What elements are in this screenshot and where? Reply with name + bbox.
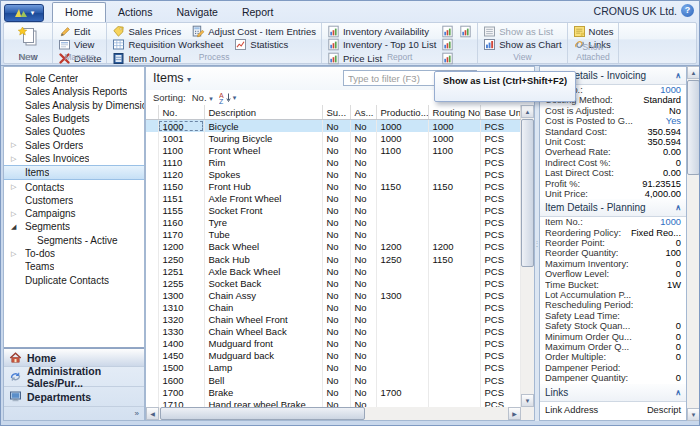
factbox-scrollbar[interactable]: ▲ ▼ <box>687 66 700 421</box>
table-row[interactable]: 1155Socket FrontNoNoPCS <box>146 205 521 217</box>
column-header-routing-no[interactable]: Routing No. <box>428 105 480 120</box>
edit-button[interactable]: Edit <box>58 25 101 38</box>
sort-ascending-button[interactable]: AZ ▾ <box>219 92 237 104</box>
table-row[interactable]: 1500LampNoNoPCS <box>146 362 521 374</box>
sidebar-item-customers[interactable]: Customers <box>4 194 144 207</box>
table-row[interactable]: 1120SpokesNoNoPCS <box>146 168 521 180</box>
report-chart-button[interactable] <box>441 39 454 52</box>
field-value[interactable]: 1000 <box>660 85 681 95</box>
sidebar-item-duplicate-contacts[interactable]: Duplicate Contacts <box>4 273 144 286</box>
expander-collapsed-icon[interactable]: ▷ <box>11 152 16 165</box>
report-chart-button[interactable] <box>459 25 472 38</box>
horizontal-scrollbar[interactable]: ◀ ▶ <box>146 407 521 420</box>
tab-actions[interactable]: Actions <box>106 3 164 22</box>
scroll-up-icon[interactable]: ▲ <box>521 105 534 118</box>
collapse-chevron-icon[interactable]: ∧ <box>675 71 681 80</box>
sidebar-item-sales-budgets[interactable]: Sales Budgets <box>4 112 144 125</box>
notes-button[interactable]: Notes <box>573 25 614 38</box>
table-row[interactable]: 1100Front WheelNoNo11001100PCS <box>146 144 521 156</box>
sidebar-item-items[interactable]: Items <box>4 165 144 180</box>
sidebar-item-teams[interactable]: Teams <box>4 260 144 273</box>
field-value[interactable]: Yes <box>666 116 681 126</box>
table-row[interactable]: 1400Mudguard frontNoNoPCS <box>146 338 521 350</box>
view-button[interactable]: View <box>58 39 101 52</box>
tab-report[interactable]: Report <box>230 3 286 22</box>
sidebar-button-administration-sales-pur[interactable]: Administration Sales/Pur... <box>4 367 144 387</box>
scroll-left-icon[interactable]: ◀ <box>146 407 159 420</box>
field-value[interactable]: 1000 <box>660 217 681 227</box>
table-row[interactable]: 1170TubeNoNoPCS <box>146 229 521 241</box>
expander-expanded-icon[interactable]: ◢ <box>11 220 16 233</box>
table-row[interactable]: 1450Mudguard backNoNoPCS <box>146 350 521 362</box>
table-row[interactable]: 1330Chain Wheel BackNoNoPCS <box>146 326 521 338</box>
report-chart-button[interactable] <box>441 25 454 38</box>
show-as-list-button[interactable]: Show as List <box>483 25 561 38</box>
adjust-cost-item-entries-button[interactable]: Adjust Cost - Item Entries <box>192 25 316 38</box>
scrollbar-thumb[interactable] <box>521 119 534 267</box>
column-header-productio[interactable]: Productio... <box>376 105 428 120</box>
statistics-button[interactable]: Statistics <box>234 39 288 52</box>
table-row[interactable]: 1151Axle Front WheelNoNoPCS <box>146 193 521 205</box>
sidebar-item-segments[interactable]: ◢Segments <box>4 220 144 233</box>
help-icon[interactable]: ? <box>681 4 694 17</box>
table-row[interactable]: 1300Chain AssyNoNo1300PCS <box>146 289 521 301</box>
sidebar-item-sales-analysis-reports[interactable]: Sales Analysis Reports <box>4 85 144 98</box>
sidebar-button-departments[interactable]: Departments <box>4 387 144 407</box>
sidebar-item-sales-quotes[interactable]: Sales Quotes <box>4 125 144 138</box>
table-row[interactable]: 1320Chain Wheel FrontNoNoPCS <box>146 314 521 326</box>
sidebar-item-role-center[interactable]: Role Center <box>4 72 144 85</box>
table-row[interactable]: 1310ChainNoNoPCS <box>146 301 521 313</box>
table-row[interactable]: 1001Touring BicycleNoNo10001000PCS <box>146 132 521 144</box>
table-row[interactable]: 1110RimNoNoPCS <box>146 156 521 168</box>
collapse-chevron-icon[interactable]: ∧ <box>675 203 681 212</box>
table-row[interactable]: 1700BrakeNoNo1700PCS <box>146 386 521 398</box>
tab-home[interactable]: Home <box>52 2 106 22</box>
sidebar-item-contacts[interactable]: ▷Contacts <box>4 180 144 193</box>
sidebar-item-sales-orders[interactable]: ▷Sales Orders <box>4 138 144 151</box>
table-row[interactable]: 1600BellNoNoPCS <box>146 374 521 386</box>
vertical-scrollbar[interactable]: ▲ ▼ <box>521 105 534 407</box>
application-menu-button[interactable]: ▾ <box>4 4 44 22</box>
table-row[interactable]: 1251Axle Back WheelNoNoPCS <box>146 265 521 277</box>
table-row[interactable]: 1710Hand rear wheel BrakeNoNoPCS <box>146 398 521 407</box>
scrollbar-thumb[interactable] <box>687 80 700 175</box>
configure-buttons-icon[interactable]: » <box>135 409 139 418</box>
column-header-no[interactable]: No. <box>158 105 204 120</box>
show-as-chart-button[interactable]: Show as Chart <box>483 39 561 52</box>
table-row[interactable]: 1250Back HubNoNo12501150PCS <box>146 253 521 265</box>
tab-navigate[interactable]: Navigate <box>164 3 229 22</box>
sorting-field-dropdown[interactable]: No. ▾ <box>192 92 213 103</box>
scrollbar-thumb[interactable] <box>160 407 365 420</box>
scroll-down-icon[interactable]: ▼ <box>687 408 700 421</box>
expander-collapsed-icon[interactable]: ▷ <box>11 207 16 220</box>
column-header-description[interactable]: Description <box>204 105 322 120</box>
factbox-header-links[interactable]: Links ∧ <box>540 384 686 402</box>
page-title[interactable]: Items ▾ <box>153 71 191 85</box>
inventory-availability-button[interactable]: Inventory Availability <box>327 25 436 38</box>
column-header-su[interactable]: Su... <box>322 105 350 120</box>
scroll-up-icon[interactable]: ▲ <box>687 66 700 79</box>
factbox-header-planning[interactable]: Item Details - Planning ∧ <box>540 199 686 217</box>
table-row[interactable]: 1255Socket BackNoNoPCS <box>146 277 521 289</box>
table-row[interactable]: 1000BicycleNoNo10001000PCS <box>146 120 521 133</box>
requisition-worksheet-button[interactable]: Requisition Worksheet <box>112 39 223 52</box>
sidebar-item-sales-analysis-by-dimensions[interactable]: Sales Analysis by Dimensions <box>4 99 144 112</box>
column-header-as[interactable]: As... <box>350 105 376 120</box>
table-row[interactable]: 1160TyreNoNoPCS <box>146 217 521 229</box>
sales-prices-button[interactable]: Sales Prices <box>112 25 181 38</box>
scroll-right-icon[interactable]: ▶ <box>508 407 521 420</box>
scroll-down-icon[interactable]: ▼ <box>521 394 534 407</box>
sidebar-item-segments-active[interactable]: Segments - Active <box>4 234 144 247</box>
column-header-base-unit[interactable]: Base Unit ... <box>480 105 521 120</box>
sidebar-item-campaigns[interactable]: ▷Campaigns <box>4 207 144 220</box>
inventory-top-10-list-button[interactable]: Inventory - Top 10 List <box>327 39 436 52</box>
expander-collapsed-icon[interactable]: ▷ <box>11 138 16 151</box>
collapse-chevron-icon[interactable]: ∧ <box>675 388 681 397</box>
expander-collapsed-icon[interactable]: ▷ <box>11 247 16 260</box>
sidebar-item-sales-invoices[interactable]: ▷Sales Invoices <box>4 152 144 165</box>
filter-input[interactable] <box>343 70 437 86</box>
sidebar-item-to-dos[interactable]: ▷To-dos <box>4 247 144 260</box>
expander-collapsed-icon[interactable]: ▷ <box>11 180 16 193</box>
table-row[interactable]: 1200Back WheelNoNo12001200PCS <box>146 241 521 253</box>
table-row[interactable]: 1150Front HubNoNo11501150PCS <box>146 180 521 192</box>
